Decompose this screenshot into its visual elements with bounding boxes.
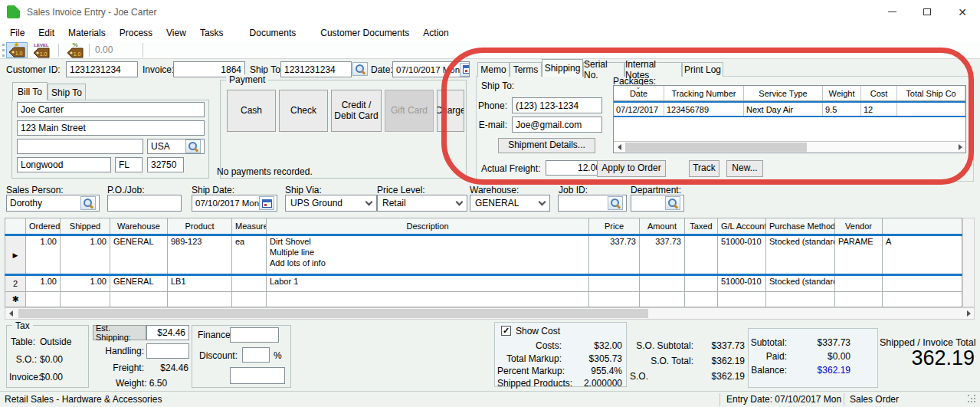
warehouse-select[interactable]: GENERAL: [470, 195, 550, 212]
package-service-cell[interactable]: Next Day Air: [744, 103, 823, 116]
tab-bill-to[interactable]: Bill To: [12, 82, 48, 100]
grid-col-selector[interactable]: [5, 218, 26, 235]
maximize-button[interactable]: [910, 0, 945, 24]
toolbar-grip[interactable]: [2, 44, 5, 57]
grid-vscrollbar[interactable]: [962, 218, 975, 307]
grid-col-gl-account[interactable]: G/L Account: [718, 218, 766, 235]
apply-to-order-button[interactable]: Apply to Order: [597, 160, 666, 177]
tab-internal-notes[interactable]: Internal Notes: [624, 62, 682, 77]
ship-date-input[interactable]: 07/10/2017 Mon: [192, 195, 277, 212]
measure-cell[interactable]: [232, 292, 267, 307]
grid-col-vendor[interactable]: Vendor: [835, 218, 883, 235]
grid-scroll-thumb[interactable]: [18, 309, 648, 318]
grid-hscrollbar[interactable]: [5, 307, 975, 320]
scroll-right-icon[interactable]: [955, 142, 965, 153]
product-cell[interactable]: 989-123: [168, 235, 232, 275]
description-cell[interactable]: [267, 292, 589, 307]
packages-col-tracking[interactable]: Tracking Number: [664, 86, 744, 100]
row-selector-cell[interactable]: ✱: [5, 292, 26, 307]
shipped-cell[interactable]: [61, 292, 110, 307]
tab-memo[interactable]: Memo: [477, 62, 510, 77]
zip-input[interactable]: 32750: [147, 157, 184, 172]
track-button[interactable]: Track: [689, 160, 719, 177]
ordered-cell[interactable]: 1.00: [26, 275, 61, 292]
email-input[interactable]: Joe@gmail.com: [512, 117, 602, 133]
sales-person-input[interactable]: Dorothy: [6, 195, 100, 212]
grid-col-amount[interactable]: Amount: [640, 218, 685, 235]
measure-cell[interactable]: [232, 275, 267, 292]
est-shipping-button[interactable]: Est. Shipping:: [93, 325, 146, 340]
warehouse-cell[interactable]: GENERAL: [110, 235, 168, 275]
customer-id-input[interactable]: 1231231234: [66, 61, 138, 77]
scroll-left-icon[interactable]: [614, 142, 624, 153]
actual-freight-input[interactable]: 12.00: [546, 160, 605, 176]
gift-card-button[interactable]: Gift Card: [385, 90, 434, 132]
address-name-input[interactable]: Joe Carter: [17, 102, 205, 117]
job-id-lookup-button[interactable]: [608, 196, 623, 210]
department-input[interactable]: [631, 195, 684, 212]
tab-serial-no[interactable]: Serial No.: [583, 62, 624, 77]
address-line3-input[interactable]: [17, 139, 143, 154]
new-price-tag-icon[interactable]: ★ 1.0: [6, 42, 28, 58]
check-button[interactable]: Check: [279, 90, 328, 132]
packages-hscrollbar[interactable]: [614, 141, 965, 153]
tab-shipping[interactable]: Shipping: [542, 59, 583, 77]
job-id-input[interactable]: [558, 195, 627, 212]
ship-via-select[interactable]: UPS Ground: [285, 195, 377, 212]
packages-col-weight[interactable]: Weight: [823, 86, 861, 100]
country-input[interactable]: USA: [147, 139, 205, 154]
extra-cell[interactable]: [883, 275, 962, 292]
price-cell[interactable]: [589, 292, 640, 307]
grid-col-warehouse[interactable]: Warehouse: [110, 218, 168, 235]
minimize-button[interactable]: [874, 0, 910, 24]
shipped-cell[interactable]: 1.00: [61, 275, 110, 292]
gl-account-cell[interactable]: [718, 292, 766, 307]
packages-row[interactable]: 07/12/2017 123456789 Next Day Air 9.5 12: [614, 101, 965, 117]
discount-input[interactable]: [242, 347, 270, 363]
grid-col-price[interactable]: Price: [589, 218, 640, 235]
country-lookup-button[interactable]: [185, 139, 201, 153]
ship-to-lookup-button[interactable]: [352, 62, 368, 76]
extra-cell[interactable]: [883, 292, 962, 307]
amount-cell[interactable]: 337.73: [640, 235, 685, 275]
ship-date-calendar-button[interactable]: [259, 196, 274, 210]
tab-terms[interactable]: Terms: [510, 62, 542, 77]
taxed-cell[interactable]: [685, 235, 718, 275]
price-cell[interactable]: [589, 275, 640, 292]
purchase-method-cell[interactable]: Stocked (standard): [766, 235, 835, 275]
vendor-cell[interactable]: PARAME: [835, 235, 883, 275]
credit-debit-card-button[interactable]: Credit / Debit Card: [331, 90, 382, 132]
ship-to-input[interactable]: 1231231234: [280, 61, 352, 77]
taxed-cell[interactable]: [685, 275, 718, 292]
finance-extra-input[interactable]: [230, 367, 285, 384]
packages-col-cost[interactable]: Cost: [861, 86, 897, 100]
ordered-cell[interactable]: [26, 292, 61, 307]
menu-action[interactable]: Action: [416, 26, 455, 40]
menu-materials[interactable]: Materials: [61, 26, 113, 40]
package-cost-cell[interactable]: 12: [861, 103, 897, 116]
vendor-cell[interactable]: [835, 292, 883, 307]
scroll-left-icon[interactable]: [5, 308, 16, 319]
product-cell[interactable]: [168, 292, 232, 307]
grid-new-row[interactable]: ✱: [5, 292, 962, 307]
warehouse-cell[interactable]: [110, 292, 168, 307]
state-input[interactable]: FL: [115, 157, 143, 172]
scroll-right-icon[interactable]: [963, 308, 974, 319]
shipment-details-button[interactable]: Shipment Details...: [498, 138, 595, 153]
package-date-cell[interactable]: 07/12/2017: [614, 103, 664, 116]
gl-account-cell[interactable]: 51000-010: [718, 275, 766, 292]
gl-account-cell[interactable]: 51000-010: [718, 235, 766, 275]
packages-scroll-thumb[interactable]: [625, 143, 807, 152]
grid-col-shipped[interactable]: Shipped: [61, 218, 110, 235]
ordered-cell[interactable]: 1.00: [26, 235, 61, 275]
taxed-cell[interactable]: [685, 292, 718, 307]
package-total-cell[interactable]: [897, 103, 965, 116]
grid-col-purchase-method[interactable]: Purchase Method: [766, 218, 835, 235]
po-job-input[interactable]: [107, 195, 182, 212]
package-tracking-cell[interactable]: 123456789: [664, 103, 744, 116]
grid-row[interactable]: ▶ 1.00 1.00 GENERAL 989-123 ea Dirt Shov…: [5, 235, 962, 275]
measure-cell[interactable]: ea: [232, 235, 267, 275]
date-calendar-button[interactable]: [460, 63, 470, 77]
menu-process[interactable]: Process: [113, 26, 159, 40]
new-package-button[interactable]: New...: [726, 160, 763, 177]
